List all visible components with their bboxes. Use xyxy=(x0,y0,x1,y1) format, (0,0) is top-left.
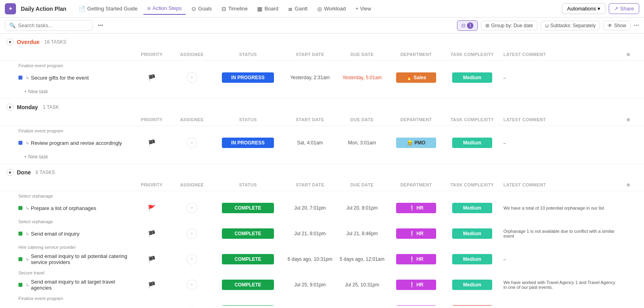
comment-cell-1: – xyxy=(500,75,622,80)
dept-label-m: PMO xyxy=(415,140,425,146)
toolbar-right: ⊟ 1 ⊞ Group by: Due date ⊔ Subtasks: Sep… xyxy=(457,20,639,31)
task-name-m[interactable]: ↳ Review program and revise accordingly xyxy=(26,140,122,146)
dept-cell-d4: ❕ HR xyxy=(388,280,444,290)
col-header-task xyxy=(10,50,132,59)
nav-tab-workload[interactable]: ◎ Workload xyxy=(313,3,350,14)
workload-icon: ◎ xyxy=(317,6,322,12)
status-cell-d4[interactable]: COMPLETE xyxy=(212,280,284,290)
due-date-m: Mon, 3:01am xyxy=(336,140,388,146)
goals-icon: ⊙ xyxy=(191,6,196,12)
complexity-badge-d1: Medium xyxy=(452,203,492,213)
nav-tab-action-steps[interactable]: ≡ Action Steps xyxy=(143,3,186,15)
col-header-add-1: ⊕ xyxy=(622,50,634,59)
priority-cell-d3[interactable]: 🏴 xyxy=(132,256,172,263)
avatar-d4[interactable]: + xyxy=(187,280,197,290)
priority-cell-d2[interactable]: 🏴 xyxy=(132,230,172,238)
dept-badge-1: 🔥 Sales xyxy=(396,72,436,83)
filter-button[interactable]: ⊟ 1 xyxy=(457,20,478,31)
nav-tab-getting-started[interactable]: 📄 Getting Started Guide xyxy=(74,3,142,14)
app-title: Daily Action Plan xyxy=(21,6,66,12)
parent-label-d4: Secure travel xyxy=(6,268,638,276)
due-date-d1: Jul 20, 8:01pm xyxy=(336,205,388,211)
status-badge-d1: COMPLETE xyxy=(222,203,274,213)
nav-tab-board[interactable]: ▦ Board xyxy=(253,3,282,14)
nav-tab-goals-label: Goals xyxy=(198,6,212,12)
more-toolbar-options-icon[interactable]: ••• xyxy=(634,22,639,28)
avatar-d3[interactable]: + xyxy=(187,254,197,264)
col-header-status-d: STATUS xyxy=(212,181,284,189)
task-color-d2 xyxy=(18,232,22,236)
task-name-d3[interactable]: ↳ Send email inquiry to all potential ca… xyxy=(26,253,132,265)
overdue-toggle[interactable]: ▼ xyxy=(6,38,14,46)
subtask-icon-d4: ↳ xyxy=(26,282,29,288)
app-logo: ✦ xyxy=(5,3,16,14)
col-header-assignee-d: ASSIGNEE xyxy=(172,181,212,189)
start-date-d2: Jul 21, 8:01pm xyxy=(284,231,336,236)
assignee-cell-1[interactable]: + xyxy=(172,72,212,83)
avatar-1[interactable]: + xyxy=(187,72,197,83)
new-task-monday[interactable]: + New task xyxy=(0,152,644,164)
start-date-d4: Jul 25, 9:01pm xyxy=(284,282,336,288)
status-cell-1[interactable]: IN PROGRESS xyxy=(212,72,284,83)
col-header-dept-d: DEPARTMENT xyxy=(388,181,444,189)
table-row: ↳ Send email inquiry to all target trave… xyxy=(6,276,638,294)
task-name-d1[interactable]: ↳ Prepare a list of orphanages xyxy=(26,205,96,211)
avatar-m[interactable]: + xyxy=(187,138,197,148)
nav-tab-gantt[interactable]: ≣ Gantt xyxy=(284,3,312,14)
nav-tab-goals[interactable]: ⊙ Goals xyxy=(187,3,216,14)
priority-cell-d1[interactable]: 🚩 xyxy=(132,204,172,212)
dept-cell-d5: ❕ HR xyxy=(388,305,444,306)
done-title: Done xyxy=(17,169,31,176)
overdue-count: 16 TASKS xyxy=(44,39,66,45)
task-name-1[interactable]: ↳ Secure gifts for the event xyxy=(26,75,89,81)
assignee-cell-d5[interactable]: + xyxy=(172,305,212,306)
show-button[interactable]: 👁 Show xyxy=(603,21,630,30)
share-button[interactable]: ↗ Share xyxy=(609,3,639,14)
subtasks-button[interactable]: ⊔ Subtasks: Separately xyxy=(541,21,600,30)
nav-tab-timeline[interactable]: ⊟ Timeline xyxy=(217,3,252,14)
assignee-cell-d4[interactable]: + xyxy=(172,280,212,290)
status-cell-d1[interactable]: COMPLETE xyxy=(212,203,284,213)
assignee-cell-d3[interactable]: + xyxy=(172,254,212,264)
status-cell-d2[interactable]: COMPLETE xyxy=(212,228,284,239)
filter-badge: 1 xyxy=(467,22,473,29)
task-name-d4[interactable]: ↳ Send email inquiry to all target trave… xyxy=(26,279,132,291)
dept-badge-d1: ❕ HR xyxy=(396,203,436,213)
automations-button[interactable]: Automations ▾ xyxy=(562,3,606,14)
new-task-overdue[interactable]: + New task xyxy=(0,86,644,98)
search-input[interactable] xyxy=(18,22,89,28)
parent-label-d3: Hire catering service provider xyxy=(6,242,638,250)
avatar-d5[interactable]: + xyxy=(187,305,197,306)
monday-title: Monday xyxy=(17,104,38,110)
status-cell-d3[interactable]: COMPLETE xyxy=(212,254,284,264)
search-box[interactable]: 🔍 xyxy=(5,20,93,31)
done-toggle[interactable]: ▼ xyxy=(6,169,14,176)
priority-cell-1[interactable]: 🏴 xyxy=(132,74,172,82)
more-options-icon[interactable]: ••• xyxy=(98,22,103,28)
group-by-button[interactable]: ⊞ Group by: Due date xyxy=(481,21,537,30)
priority-flag-1: 🏴 xyxy=(148,74,156,82)
dept-label-d1: HR xyxy=(417,205,423,211)
assignee-cell-d2[interactable]: + xyxy=(172,228,212,239)
nav-tab-view[interactable]: + View xyxy=(352,3,375,14)
status-cell-d5[interactable]: COMPLETE xyxy=(212,305,284,306)
avatar-d1[interactable]: + xyxy=(187,203,197,213)
col-header-startdate-m: START DATE xyxy=(284,116,336,124)
dept-label-d2: HR xyxy=(417,231,423,236)
table-row: ↳ Prepare a list of orphanages 🚩 + COMPL… xyxy=(6,199,638,217)
complexity-badge-d2: Medium xyxy=(452,228,492,239)
nav-tab-action-steps-label: Action Steps xyxy=(153,5,182,11)
complexity-badge-d5: High xyxy=(452,305,492,306)
priority-cell-d4[interactable]: 🏴 xyxy=(132,281,172,289)
subtask-icon-1: ↳ xyxy=(26,75,29,80)
status-cell-m[interactable]: IN PROGRESS xyxy=(212,138,284,148)
monday-toggle[interactable]: ▼ xyxy=(6,104,14,111)
task-name-d2[interactable]: ↳ Send email of inquiry xyxy=(26,231,79,237)
timeline-icon: ⊟ xyxy=(221,6,226,12)
avatar-d2[interactable]: + xyxy=(187,228,197,239)
priority-cell-m[interactable]: 🏴 xyxy=(132,139,172,147)
assignee-cell-d1[interactable]: + xyxy=(172,203,212,213)
start-date-d1: Jul 20, 7:01pm xyxy=(284,205,336,211)
assignee-cell-m[interactable]: + xyxy=(172,138,212,148)
table-row: ↳ Review program and revise accordingly … xyxy=(6,134,638,152)
